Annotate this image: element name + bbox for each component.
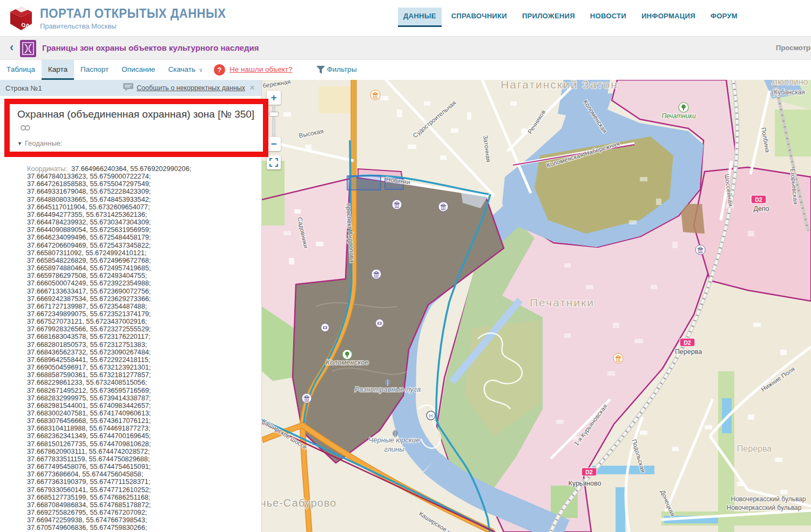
coordinate-line: 37.6647261858583, 55.6755047297549; [27, 180, 254, 188]
map-label: Перерва [737, 444, 772, 453]
nav-item-news[interactable]: НОВОСТИ [585, 8, 632, 25]
coordinate-line: 37.6649331679048, 55.6752228423309; [27, 188, 254, 195]
tab-description[interactable]: Описание [115, 60, 161, 80]
annotation-highlight-box: Охранная (объединенная охранная) зона [№… [4, 99, 268, 157]
row-label: Строка №1 [5, 84, 42, 92]
not-found-link[interactable]: Не нашли объект? [229, 60, 296, 80]
map[interactable]: D2D2D2 Нагатинский ЗатонбережнаяСудостро… [262, 80, 811, 532]
coordinate-line: 37.6647840133623, 55.6759000722274; [27, 173, 254, 180]
coordinate-line: 37.6682362341349, 55.6744700169645; [27, 432, 254, 440]
coordinate-line: 37.6683076456668, 55.6743617076121; [27, 417, 254, 425]
coordinate-line: 37.66773686604, 55.6744756045858; [27, 470, 254, 478]
feature-title: Охранная (объединенная охранная) зона [№… [17, 108, 255, 134]
map-label: Курьяново [569, 480, 602, 487]
coordinate-line: 37.6658548226829, 55.6724969672768; [27, 257, 254, 264]
coordinate-line: 37.6681501267735, 55.6744709810628; [27, 440, 254, 448]
coordinate-line: 37.6644090889054, 55.6725631956959; [27, 226, 254, 234]
download-button[interactable]: Скачать [161, 60, 198, 80]
tab-passport[interactable]: Паспорт [74, 60, 115, 80]
views-label: Просмотре [776, 44, 811, 52]
logo[interactable]: ОД ПОРТАЛ ОТКРЫТЫХ ДАННЫХ Правительства … [9, 5, 234, 31]
tabs-row: Таблица Карта Паспорт Описание Скачать ∨… [0, 60, 811, 80]
coordinate-line: 37.6679330560141, 55.6747712610252; [27, 486, 254, 494]
d2-badge-label: D2 [585, 469, 593, 475]
zoom-slider[interactable] [272, 106, 275, 137]
coordinate-line: 37.6669242387534, 55.6723629273366; [27, 295, 254, 303]
coordinate-line: 37.6644784239932, 55.6730347304309; [27, 219, 254, 226]
coordinate-line: 37.6659786297508, 55.672493404755; [27, 272, 254, 279]
close-icon[interactable]: × [248, 83, 256, 93]
coordinate-line: 37.6682832999975, 55.6739414338787; [27, 394, 254, 402]
geodata-toggle[interactable]: ▼Геоданные: [17, 139, 263, 147]
back-button[interactable]: ‹ [10, 40, 13, 54]
coordinate-line: 37.6648808033665, 55.6748453933542; [27, 196, 254, 203]
nav-item-forum[interactable]: ФОРУМ [705, 8, 743, 25]
coordinate-line: 37.6682801850573, 55.672312751383; [27, 341, 254, 349]
coordinates-label: Координаты: [27, 165, 67, 173]
coordinate-line: 37.667527073121, 55.6723437002916; [27, 318, 254, 325]
nav-item-info[interactable]: ИНФОРМАЦИЯ [636, 8, 701, 25]
coordinate-line: 37.6682671495212, 55.6736595716569; [27, 387, 254, 394]
link-icon[interactable] [20, 121, 31, 134]
coordinate-line: 37.6684365623732, 55.6723090267484; [27, 349, 254, 356]
report-bubble-icon [123, 83, 133, 93]
tab-map[interactable]: Карта [42, 60, 74, 80]
map-label: Разнотравные луга [355, 385, 421, 393]
nav-item-directories[interactable]: СПРАВОЧНИКИ [446, 8, 512, 25]
tab-table[interactable]: Таблица [0, 60, 42, 80]
coordinate-line: 37.6705749606836, 55.674759830266; [27, 524, 254, 531]
map-label: Коломенское [326, 358, 369, 366]
map-label: Н [429, 413, 433, 419]
dataset-title: Границы зон охраны объектов культурного … [42, 43, 259, 52]
map-label: Депо [753, 205, 769, 213]
coordinate-line: 37.6647206609469, 55.6725437345822; [27, 242, 254, 249]
main-nav: ДАННЫЕ СПРАВОЧНИКИ ПРИЛОЖЕНИЯ НОВОСТИ ИН… [398, 8, 747, 27]
zoom-slider-handle[interactable] [269, 112, 279, 117]
map-label: Нагатинский Затон [501, 80, 618, 91]
filters-button[interactable]: Фильтры [325, 60, 357, 80]
coordinate-line: 37.6645117011904, 55.6732609654077; [27, 203, 254, 211]
coordinate-line: 37.6660500074249, 55.6723922354988; [27, 279, 254, 287]
report-incorrect-data-link[interactable]: Сообщить о некорректных данных [137, 84, 245, 92]
dataset-icon [20, 40, 36, 57]
map-canvas: D2D2D2 Нагатинский ЗатонбережнаяСудостро… [262, 80, 811, 532]
coordinate-line: 37.6677495458076, 55.6744754615091; [27, 463, 254, 470]
logo-cube-icon: ОД [9, 5, 33, 31]
coordinate-line: 37.6679928326566, 55.6723272555529; [27, 325, 254, 333]
coordinate-line: 37.665807311092, 55.6724992410121; [27, 249, 254, 257]
coordinate-line: 37.6671727139987, 55.672354487488; [27, 303, 254, 310]
map-label: Печатники [661, 112, 696, 120]
triangle-down-icon: ▼ [17, 141, 22, 146]
coordinate-line: 37.6690504596917, 55.6732123921301; [27, 364, 254, 371]
coordinate-line: 37.6677363190379, 55.6747711528371; [27, 478, 254, 486]
map-label: глины [384, 445, 404, 453]
coordinate-line: 37.6688587590361, 55.6732181277857; [27, 371, 254, 379]
fullscreen-icon [269, 158, 279, 167]
coordinate-line: 37.6692755826795, 55.674767207092; [27, 509, 254, 516]
coordinate-value: 37.664966240364, 55.6769202990206; [71, 165, 191, 173]
zoom-in-button[interactable]: + [267, 91, 281, 105]
nav-item-data[interactable]: ДАННЫЕ [398, 8, 442, 27]
map-label: Печатники [530, 296, 594, 309]
coordinate-line: 37.668229861233, 55.6732408515056; [27, 379, 254, 386]
fullscreen-button[interactable] [267, 155, 281, 169]
d2-badge-label: D2 [684, 339, 691, 346]
coordinates-block: Координаты:37.664966240364, 55.676920299… [27, 165, 254, 532]
coordinate-line: 37.664494277355, 55.6731425362136; [27, 211, 254, 219]
site-title: ПОРТАЛ ОТКРЫТЫХ ДАННЫХ [40, 6, 226, 21]
coordinate-line: 37.6681683043578, 55.6723176220117; [27, 333, 254, 340]
coordinate-line: 37.6646234099496, 55.6725484458179; [27, 234, 254, 241]
coordinate-line: 37.6667133633417, 55.6723690072756; [27, 288, 254, 295]
breadcrumb-bar: ‹ Границы зон охраны объектов культурног… [0, 36, 811, 60]
logo-abbr: ОД [22, 22, 30, 29]
coordinate-line: 37.6689642558441, 55.6722922418115; [27, 356, 254, 364]
coordinate-line: 37.6658974880464, 55.6724957419685; [27, 264, 254, 272]
nav-item-apps[interactable]: ПРИЛОЖЕНИЯ [517, 8, 580, 25]
map-label: Люблино [772, 80, 808, 86]
filter-icon [316, 66, 325, 80]
help-icon[interactable]: ? [214, 64, 225, 76]
feature-panel-header: Строка №1 Сообщить о некорректных данных… [0, 80, 261, 96]
content: Строка №1 Сообщить о некорректных данных… [0, 80, 811, 532]
zoom-out-button[interactable]: − [267, 137, 281, 151]
coordinate-line: 37.669472259938, 55.6747667398543; [27, 516, 254, 524]
